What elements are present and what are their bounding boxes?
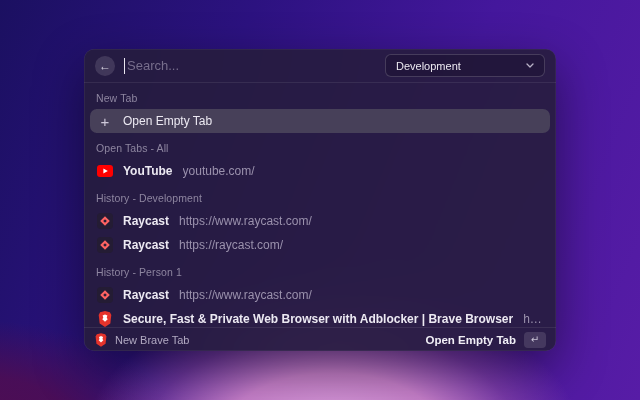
list-item-title: Raycast — [123, 214, 169, 228]
list-item-raycast[interactable]: Raycast https://raycast.com/ — [90, 233, 550, 257]
list-item-subtitle: youtube.com/ — [183, 164, 255, 178]
brave-icon — [94, 333, 107, 347]
list-item-title: YouTube — [123, 164, 173, 178]
search-input[interactable] — [124, 58, 376, 73]
back-arrow-icon: ← — [99, 60, 111, 72]
list-item-youtube[interactable]: YouTube youtube.com/ — [90, 159, 550, 183]
chevron-down-icon — [526, 63, 534, 68]
list-item-title: Open Empty Tab — [123, 114, 212, 128]
footer-app-label: New Brave Tab — [115, 334, 189, 346]
footer-primary-action[interactable]: Open Empty Tab ↵ — [425, 332, 546, 348]
raycast-icon — [97, 213, 113, 229]
brave-icon — [97, 311, 113, 327]
back-button[interactable]: ← — [95, 56, 115, 76]
search-field-wrap — [124, 57, 376, 75]
section-header-new-tab: New Tab — [90, 83, 550, 109]
profile-dropdown-value: Development — [396, 60, 461, 72]
youtube-icon — [97, 165, 113, 177]
list-item-subtitle: https://www.raycast.com/ — [179, 288, 312, 302]
section-header-open-tabs: Open Tabs - All — [90, 133, 550, 159]
launcher-window: ← Development New Tab + Open Empty Tab O… — [84, 49, 556, 351]
profile-dropdown[interactable]: Development — [385, 54, 545, 77]
list-item-title: Raycast — [123, 238, 169, 252]
text-caret — [124, 58, 125, 74]
footer-bar: New Brave Tab Open Empty Tab ↵ — [84, 327, 556, 351]
search-bar: ← Development — [84, 49, 556, 83]
list-item-title: Secure, Fast & Private Web Browser with … — [123, 312, 513, 326]
list-item-subtitle: https://brave.com/ — [523, 312, 543, 326]
plus-icon: + — [97, 114, 113, 129]
list-item-open-empty-tab[interactable]: + Open Empty Tab — [90, 109, 550, 133]
section-header-history-development: History - Development — [90, 183, 550, 209]
raycast-icon — [97, 287, 113, 303]
list-item-raycast-www-2[interactable]: Raycast https://www.raycast.com/ — [90, 283, 550, 307]
primary-action-label: Open Empty Tab — [425, 334, 516, 346]
results-list: New Tab + Open Empty Tab Open Tabs - All… — [84, 83, 556, 327]
enter-key-icon: ↵ — [524, 332, 546, 348]
raycast-icon — [97, 237, 113, 253]
list-item-raycast-www[interactable]: Raycast https://www.raycast.com/ — [90, 209, 550, 233]
list-item-brave[interactable]: Secure, Fast & Private Web Browser with … — [90, 307, 550, 327]
section-header-history-person-1: History - Person 1 — [90, 257, 550, 283]
list-item-subtitle: https://www.raycast.com/ — [179, 214, 312, 228]
list-item-subtitle: https://raycast.com/ — [179, 238, 283, 252]
list-item-title: Raycast — [123, 288, 169, 302]
